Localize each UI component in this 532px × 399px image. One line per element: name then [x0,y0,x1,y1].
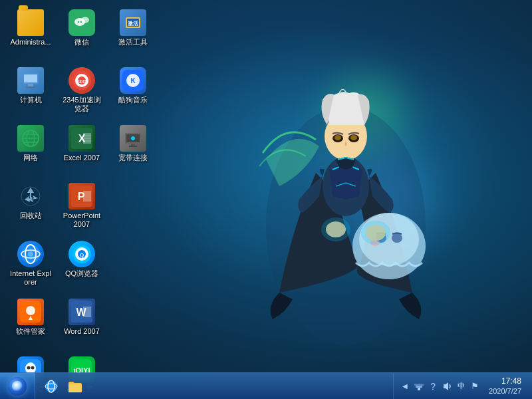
desktop-icons: Administra... 微信 激活 激活工具 [7,7,159,399]
start-orb-inner [12,381,23,392]
icon-recycle[interactable]: 回收站 [7,180,55,237]
icon-browser2345[interactable]: 2345 2345加速浏览器 [58,65,106,121]
icon-word2007[interactable]: W Word 2007 [58,296,106,352]
svg-point-14 [321,217,350,241]
icon-label-broadband: 宽带连接 [118,154,148,162]
icon-label-network: 网络 [23,154,38,162]
svg-rect-24 [24,74,37,82]
svg-point-63 [26,306,35,315]
word-icon: W [68,299,95,325]
start-button[interactable] [0,373,35,400]
svg-point-74 [45,380,57,392]
svg-rect-78 [418,388,420,390]
kugou-icon: K [120,67,146,94]
svg-text:Q: Q [80,252,84,258]
svg-point-19 [80,21,82,23]
softmanager-icon [17,299,44,325]
icon-ie[interactable]: Internet Explorer [7,238,55,295]
icon-administrator[interactable]: Administra... [7,7,55,63]
wechat-icon [68,9,95,36]
icon-broadband[interactable]: 宽带连接 [109,122,157,179]
svg-rect-26 [26,86,35,88]
ie-icon [17,241,44,267]
icon-network[interactable]: 网络 [7,122,55,179]
icon-softmanager[interactable]: 软件管家 [7,296,55,352]
svg-text:K: K [130,77,136,84]
svg-rect-48 [131,144,135,146]
icon-label-administrator: Administra... [10,38,51,47]
broadband-icon [120,125,146,152]
icon-label-qqbrowser: QQ浏览器 [65,269,98,278]
activate-icon: 激活 [120,9,146,36]
svg-point-18 [78,21,79,23]
powerpoint-icon: P [68,183,95,209]
svg-text:2345: 2345 [76,79,87,84]
folder-icon [17,9,44,36]
svg-rect-80 [414,384,424,386]
icon-label-excel2007: Excel 2007 [64,154,100,162]
clock-date: 2020/7/27 [489,386,521,396]
svg-rect-49 [129,146,137,147]
tray-lang-icon[interactable]: 中 [455,380,467,392]
taskbar-clock[interactable]: 17:48 2020/7/27 [483,376,527,396]
computer-icon [17,67,44,94]
svg-text:激活: 激活 [128,21,139,27]
svg-point-70 [31,366,35,370]
taskbar-folder-icon[interactable] [65,376,86,397]
tray-volume-icon[interactable] [441,380,453,392]
svg-point-6 [350,135,357,140]
qqbrowser-icon: Q [68,241,95,267]
excel-icon: X [68,125,95,152]
recycle-icon [17,183,44,209]
icon-computer[interactable]: 计算机 [7,65,55,121]
taskbar-ie-icon[interactable] [41,376,62,397]
tray-network-icon[interactable] [413,380,425,392]
icon-label-kugou: 酷狗音乐 [118,96,148,104]
icon-activate[interactable]: 激活 激活工具 [109,7,157,63]
icon-qqbrowser[interactable]: Q QQ浏览器 [58,238,106,295]
icon-label-softmanager: 软件管家 [16,327,45,336]
icon-label-activate: 激活工具 [118,38,148,47]
icon-wechat[interactable]: 微信 [58,7,106,63]
svg-point-57 [28,251,33,257]
character-area [213,27,479,359]
network-icon [17,125,44,152]
svg-point-15 [361,221,390,245]
tray-help-icon[interactable]: ? [427,380,439,392]
svg-point-5 [334,135,341,140]
taskbar: ◀ ? [0,372,532,399]
tray-notify-icon[interactable]: ⚑ [469,380,481,392]
svg-point-69 [27,366,31,370]
start-orb [8,377,27,396]
svg-rect-77 [68,384,82,392]
icon-kugou[interactable]: K 酷狗音乐 [109,65,157,121]
icon-excel2007[interactable]: X Excel 2007 [58,122,106,179]
icon-label-powerpoint: PowerPoint 2007 [61,211,103,229]
icon-label-wechat: 微信 [74,38,89,47]
desktop: Administra... 微信 激活 激活工具 [0,0,532,399]
svg-rect-66 [83,307,91,317]
icon-label-word2007: Word 2007 [64,327,100,336]
tray-icons: ◀ ? [399,380,481,392]
icon-label-browser2345: 2345加速浏览器 [61,96,103,113]
svg-rect-79 [416,386,422,388]
icon-powerpoint[interactable]: P PowerPoint 2007 [58,180,106,237]
taskbar-quick-launch [35,376,91,397]
svg-point-47 [131,136,135,140]
browser2345-icon: 2345 [68,67,95,94]
svg-point-17 [81,17,89,23]
clock-time: 17:48 [501,376,521,387]
svg-rect-25 [28,84,33,86]
taskbar-tray: ◀ ? [393,373,532,399]
svg-point-10 [392,233,402,243]
tray-hide-icon[interactable]: ◀ [399,380,411,392]
icon-label-computer: 计算机 [20,96,42,104]
icon-label-ie: Internet Explorer [9,269,52,287]
svg-rect-53 [83,191,91,201]
icon-label-recycle: 回收站 [20,211,42,220]
